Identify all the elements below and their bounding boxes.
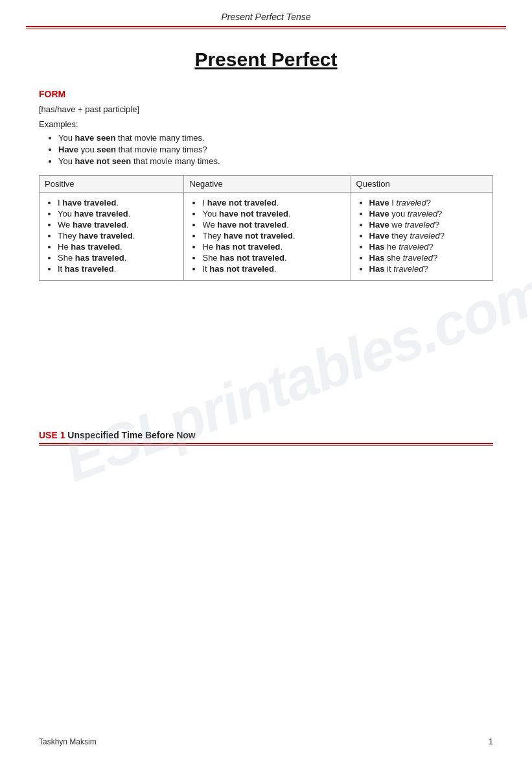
use-heading: USE 1 Unspecified Time Before Now: [39, 430, 493, 440]
main-title: Present Perfect: [39, 49, 493, 71]
example-2: Have you seen that movie many times?: [58, 145, 493, 154]
example-2-bold-have: Have: [58, 145, 78, 154]
list-item: It has not traveled.: [202, 264, 343, 274]
positive-list: I have traveled. You have traveled. We h…: [58, 198, 177, 274]
examples-list: You have seen that movie many times. Hav…: [58, 133, 493, 166]
list-item: He has not traveled.: [202, 242, 343, 252]
list-item: I have traveled.: [58, 198, 177, 207]
list-item: We have not traveled.: [202, 220, 343, 230]
use-title: Unspecified Time Before Now: [65, 430, 195, 440]
negative-list: I have not traveled. You have not travel…: [202, 198, 343, 274]
header-line-top: [26, 26, 506, 27]
list-item: Has it traveled?: [369, 264, 486, 274]
examples-label: Examples:: [39, 119, 493, 129]
list-item: Have we traveled?: [369, 220, 486, 230]
list-item: Have I traveled?: [369, 198, 486, 207]
example-3: You have not seen that movie many times.: [58, 156, 493, 166]
use-section: USE 1 Unspecified Time Before Now: [0, 430, 532, 446]
page: Present Perfect Tense Present Perfect FO…: [0, 0, 532, 758]
negative-col: I have not traveled. You have not travel…: [184, 193, 351, 281]
use-label: USE 1: [39, 430, 65, 440]
list-item: He has traveled.: [58, 242, 177, 252]
main-content: Present Perfect FORM [has/have + past pa…: [0, 29, 532, 300]
list-item: It has traveled.: [58, 264, 177, 274]
use-line-bottom: [39, 445, 493, 446]
question-list: Have I traveled? Have you traveled? Have…: [369, 198, 486, 274]
example-1: You have seen that movie many times.: [58, 133, 493, 143]
list-item: You have traveled.: [58, 209, 177, 219]
list-item: Has she traveled?: [369, 253, 486, 263]
footer-page: 1: [489, 737, 493, 746]
list-item: She has traveled.: [58, 253, 177, 263]
col-header-positive: Positive: [40, 176, 184, 193]
col-header-question: Question: [351, 176, 492, 193]
formula: [has/have + past participle]: [39, 104, 493, 114]
list-item: Have you traveled?: [369, 209, 486, 219]
list-item: They have traveled.: [58, 231, 177, 241]
list-item: We have traveled.: [58, 220, 177, 230]
col-header-negative: Negative: [184, 176, 351, 193]
list-item: She has not traveled.: [202, 253, 343, 263]
form-label: FORM: [39, 89, 493, 99]
list-item: I have not traveled.: [202, 198, 343, 207]
use-line-top: [39, 443, 493, 444]
list-item: You have not traveled.: [202, 209, 343, 219]
list-item: Has he traveled?: [369, 242, 486, 252]
use-lines: [39, 443, 493, 446]
list-item: They have not traveled.: [202, 231, 343, 241]
example-1-bold: have seen: [75, 133, 116, 143]
conjugation-table: Positive Negative Question I have travel…: [39, 175, 493, 281]
question-col: Have I traveled? Have you traveled? Have…: [351, 193, 492, 281]
list-item: Have they traveled?: [369, 231, 486, 241]
footer-author: Taskhyn Maksim: [39, 737, 97, 746]
header-title: Present Perfect Tense: [0, 0, 532, 26]
positive-col: I have traveled. You have traveled. We h…: [40, 193, 184, 281]
example-2-bold-seen: seen: [97, 145, 116, 154]
footer: Taskhyn Maksim 1: [39, 737, 493, 746]
example-3-bold: have not seen: [75, 156, 132, 166]
table-row: I have traveled. You have traveled. We h…: [40, 193, 493, 281]
